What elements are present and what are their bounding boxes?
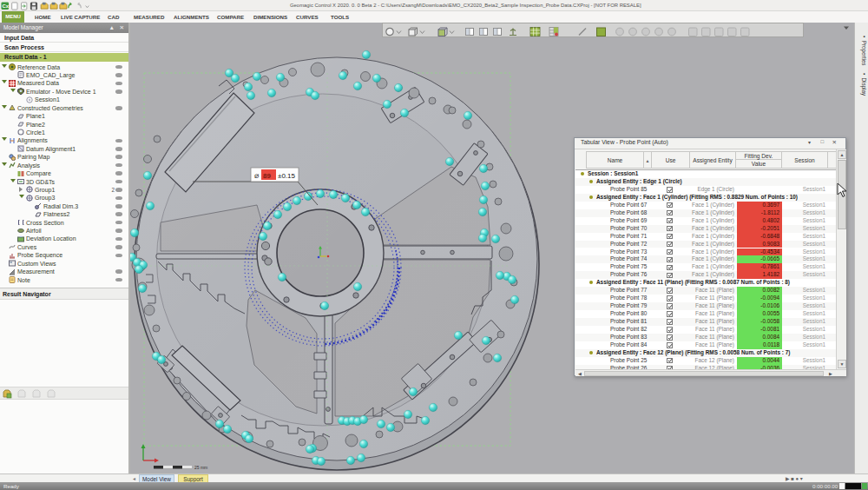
svg-text:89: 89 (263, 172, 271, 180)
svg-text:±0.15: ±0.15 (278, 172, 296, 180)
svg-text:⌀: ⌀ (254, 171, 260, 180)
svg-text:25 mm: 25 mm (194, 465, 207, 470)
svg-text:Cx: Cx (3, 3, 10, 9)
